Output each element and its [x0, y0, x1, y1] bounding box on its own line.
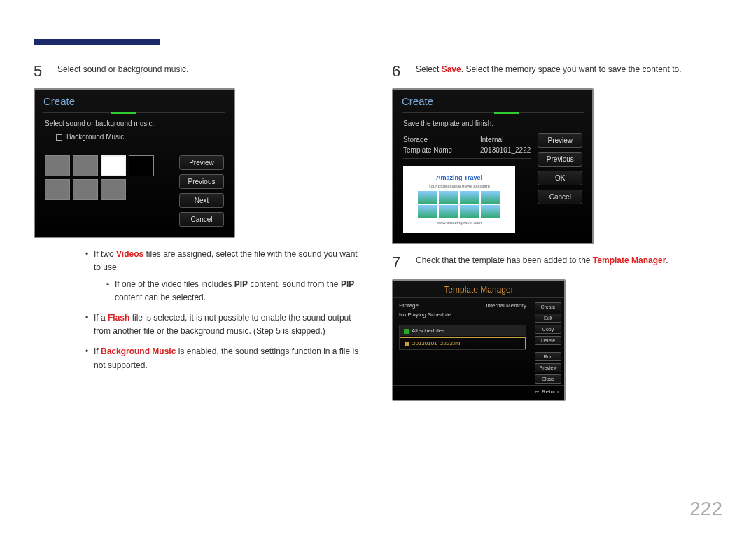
previous-button[interactable]: Previous — [538, 152, 582, 167]
sound-thumb[interactable] — [45, 179, 70, 200]
preview-button[interactable]: Preview — [538, 133, 582, 148]
template-name-value[interactable]: 20130101_2222 — [480, 146, 531, 154]
step-6: 6 Select Save. Select the memory space y… — [392, 63, 722, 80]
sound-thumb[interactable] — [101, 179, 126, 200]
sound-thumb[interactable] — [129, 155, 154, 176]
progress-segment — [494, 112, 519, 114]
tm-storage-value[interactable]: Internal Memory — [486, 302, 526, 309]
note-bgmusic: If Background Music is enabled, the soun… — [85, 345, 364, 372]
template-manager-title: Template Manager — [393, 281, 564, 298]
preview-button[interactable]: Preview — [179, 155, 224, 170]
tm-no-schedule: No Playing Schedule — [399, 311, 526, 318]
tm-template-item[interactable]: 20130101_2222.lfd — [400, 337, 526, 349]
tm-schedule-list: All schedules 20130101_2222.lfd — [399, 325, 526, 350]
sound-thumbnails — [45, 155, 172, 227]
right-column: 6 Select Save. Select the memory space y… — [392, 63, 722, 506]
notes-list: If two Videos files are assigned, select… — [57, 248, 364, 372]
create-title: Create — [35, 90, 234, 113]
step-7: 7 Check that the template has been added… — [392, 254, 722, 271]
tm-all-schedules[interactable]: All schedules — [400, 325, 526, 336]
step-6-text: Select Save. Select the memory space you… — [416, 63, 722, 80]
template-name-label: Template Name — [403, 146, 466, 154]
next-button[interactable]: Next — [179, 193, 224, 208]
return-icon: ↵ — [534, 388, 539, 395]
sound-thumb[interactable] — [73, 155, 98, 176]
preview-subtitle: Your professional travel assistant — [428, 184, 490, 188]
preview-title: Amazing Travel — [436, 174, 482, 181]
tm-storage-label: Storage — [399, 302, 419, 309]
tm-delete-button[interactable]: Delete — [535, 336, 561, 345]
checkbox-icon — [404, 329, 409, 334]
checkbox-icon[interactable] — [56, 134, 62, 141]
create-button-column: Preview Previous OK Cancel — [538, 133, 582, 233]
tm-run-button[interactable]: Run — [535, 352, 561, 361]
item-icon — [405, 342, 410, 346]
step-5: 5 Select sound or background music. — [34, 63, 364, 80]
ok-button[interactable]: OK — [538, 171, 582, 185]
left-column: 5 Select sound or background music. Crea… — [34, 63, 364, 506]
tm-left-pane: Storage Internal Memory No Playing Sched… — [393, 298, 532, 385]
header-rule — [34, 45, 722, 45]
sound-thumb[interactable] — [45, 155, 70, 176]
previous-button[interactable]: Previous — [179, 174, 224, 189]
page-columns: 5 Select sound or background music. Crea… — [34, 63, 722, 506]
tm-edit-button[interactable]: Edit — [535, 314, 561, 323]
tm-create-button[interactable]: Create — [535, 302, 561, 311]
tm-close-button[interactable]: Close — [535, 374, 561, 384]
create-prompt: Select sound or background music. — [45, 120, 224, 127]
template-name-row: Template Name 20130101_2222 — [403, 146, 531, 154]
step-7-number: 7 — [392, 254, 406, 271]
tm-preview-button[interactable]: Preview — [535, 363, 561, 372]
storage-value[interactable]: Internal — [480, 136, 503, 143]
sound-thumb[interactable] — [73, 179, 98, 200]
sound-thumb-selected[interactable] — [101, 155, 126, 176]
header-accent — [34, 39, 160, 45]
bgmusic-row[interactable]: Background Music — [56, 133, 224, 141]
create-button-column: Preview Previous Next Cancel — [179, 155, 224, 227]
storage-row: Storage Internal — [403, 136, 531, 143]
progress-segment — [111, 112, 136, 114]
create-save-screenshot: Create Save the template and finish. Sto… — [392, 88, 594, 244]
template-preview: Amazing Travel Your professional travel … — [403, 166, 515, 233]
create-title: Create — [393, 90, 592, 113]
step-5-number: 5 — [34, 63, 48, 80]
step-5-text: Select sound or background music. — [57, 63, 364, 80]
tm-button-column: Create Edit Copy Delete Run Preview Clos… — [532, 298, 564, 385]
step-7-text: Check that the template has been added t… — [416, 254, 722, 271]
step-6-number: 6 — [392, 63, 406, 80]
cancel-button[interactable]: Cancel — [179, 212, 224, 227]
preview-url: www.amazingtravel.com — [437, 220, 482, 225]
divider — [403, 158, 531, 159]
template-manager-screenshot: Template Manager Storage Internal Memory… — [392, 279, 566, 401]
note-videos-sub: If one of the video files includes PIP c… — [106, 278, 364, 304]
save-prompt: Save the template and finish. — [403, 120, 582, 127]
note-flash: If a Flash file is selected, it is not p… — [85, 311, 364, 338]
page-number: 222 — [690, 498, 722, 520]
tm-return-row[interactable]: ↵Return — [393, 385, 564, 398]
cancel-button[interactable]: Cancel — [538, 190, 582, 204]
create-sound-screenshot: Create Select sound or background music.… — [34, 88, 235, 238]
bgmusic-label: Background Music — [66, 133, 124, 141]
storage-label: Storage — [403, 136, 466, 143]
note-videos: If two Videos files are assigned, select… — [85, 248, 364, 304]
divider — [45, 148, 224, 148]
preview-images — [418, 191, 500, 218]
tm-copy-button[interactable]: Copy — [535, 325, 561, 334]
